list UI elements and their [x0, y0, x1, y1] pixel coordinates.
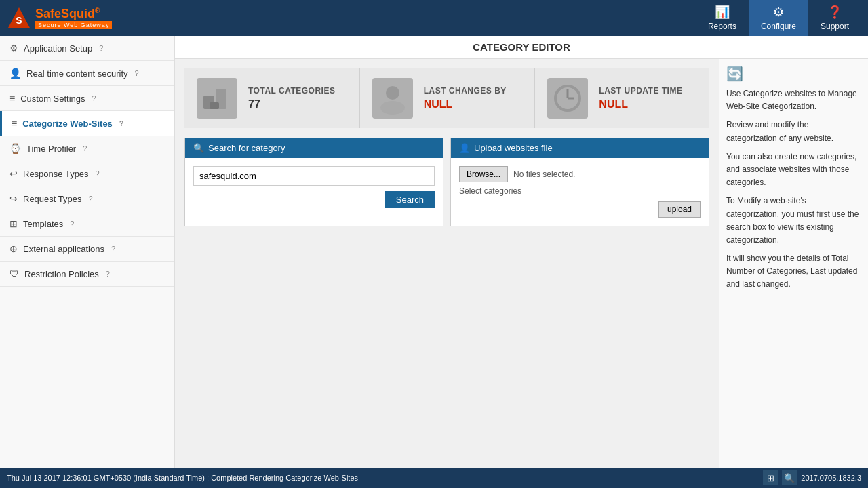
sidebar-item-real-time-content-security[interactable]: 👤 Real time content security ?: [0, 61, 174, 86]
right-panel-p5: It will show you the details of Total Nu…: [726, 252, 861, 291]
last-changes-label: LAST CHANGES BY: [424, 86, 507, 96]
statusbar-search-icon[interactable]: 🔍: [782, 470, 797, 485]
time-profiler-icon: ⌚: [9, 143, 21, 154]
sidebar-label-restriction-policies: Restriction Policies: [24, 269, 99, 279]
upload-row: Browse... No files selected.: [459, 166, 701, 182]
stats-row: TOTAL CATEGORIES 77: [184, 68, 709, 128]
logo-tagline: Secure Web Gateway: [35, 21, 112, 29]
categorize-icon: ≡: [12, 118, 17, 129]
nav-configure[interactable]: ⚙ Configure: [749, 0, 808, 37]
support-icon: ❓: [827, 5, 842, 20]
stat-total-categories: TOTAL CATEGORIES 77: [184, 68, 360, 128]
right-panel: 🔄 Use Categorize websites to Manage Web-…: [719, 59, 868, 468]
sidebar-item-time-profiler[interactable]: ⌚ Time Profiler ?: [0, 136, 174, 161]
last-update-value: NULL: [599, 98, 682, 110]
logo-registered: ®: [95, 7, 100, 14]
refresh-icon[interactable]: 🔄: [726, 66, 861, 82]
reports-icon: 📊: [715, 5, 730, 20]
sidebar-help-templates[interactable]: ?: [70, 220, 74, 228]
configure-icon: ⚙: [773, 5, 784, 20]
nav-reports[interactable]: 📊 Reports: [696, 0, 749, 37]
upload-header-icon: 👤: [459, 143, 470, 153]
response-types-icon: ↩: [9, 168, 18, 179]
sidebar-help-custom-settings[interactable]: ?: [92, 94, 96, 102]
sidebar: ⚙ Application Setup ? 👤 Real time conten…: [0, 36, 175, 468]
nav-support[interactable]: ❓ Support: [808, 0, 861, 37]
statusbar-version: 2017.0705.1832.3: [801, 474, 861, 482]
total-categories-icon: [197, 78, 237, 119]
upload-panel-body: Browse... No files selected. Select cate…: [451, 158, 709, 226]
logo: S SafeSquid® Secure Web Gateway: [7, 6, 112, 30]
sidebar-item-templates[interactable]: ⊞ Templates ?: [0, 211, 174, 237]
last-changes-value: NULL: [424, 98, 507, 110]
sidebar-help-restriction-policies[interactable]: ?: [106, 270, 110, 278]
last-changes-icon: [372, 78, 413, 119]
page-title: CATEGORY EDITOR: [175, 36, 868, 59]
svg-point-5: [386, 86, 399, 100]
right-panel-text: Use Categorize websites to Manage Web-Si…: [726, 87, 861, 291]
application-setup-icon: ⚙: [9, 43, 18, 54]
custom-settings-icon: ≡: [9, 93, 15, 104]
sidebar-help-real-time[interactable]: ?: [135, 69, 139, 77]
nav-right: 📊 Reports ⚙ Configure ❓ Support: [696, 0, 861, 37]
restriction-policies-icon: 🛡: [9, 268, 19, 279]
main-layout: ⚙ Application Setup ? 👤 Real time conten…: [0, 36, 868, 468]
nav-reports-label: Reports: [708, 22, 736, 31]
sidebar-item-categorize-web-sites[interactable]: ≡ Categorize Web-Sites ?: [0, 111, 174, 136]
upload-button[interactable]: upload: [658, 201, 701, 218]
sidebar-item-external-applications[interactable]: ⊕ External applications ?: [0, 237, 174, 262]
sidebar-item-application-setup[interactable]: ⚙ Application Setup ?: [0, 36, 174, 61]
sidebar-help-external-applications[interactable]: ?: [111, 245, 115, 253]
right-panel-p2: Review and modify the categorization of …: [726, 119, 861, 144]
sidebar-help-categorize[interactable]: ?: [119, 119, 124, 127]
sidebar-item-response-types[interactable]: ↩ Response Types ?: [0, 161, 174, 186]
statusbar-grid-icon[interactable]: ⊞: [763, 470, 778, 485]
statusbar-right: ⊞ 🔍 2017.0705.1832.3: [763, 470, 861, 485]
last-update-label: LAST UPDATE TIME: [599, 86, 682, 96]
sidebar-help-request-types[interactable]: ?: [88, 195, 92, 203]
logo-text: SafeSquid® Secure Web Gateway: [35, 7, 112, 29]
stat-last-changes-by: LAST CHANGES BY NULL: [360, 68, 536, 128]
nav-support-label: Support: [821, 22, 849, 31]
external-applications-icon: ⊕: [9, 243, 18, 254]
upload-panel-title: Upload websites file: [474, 143, 553, 153]
real-time-icon: 👤: [9, 68, 21, 79]
search-input[interactable]: [193, 166, 435, 186]
last-update-icon: [547, 78, 588, 119]
last-update-info: LAST UPDATE TIME NULL: [599, 86, 682, 110]
sidebar-help-response-types[interactable]: ?: [96, 169, 100, 178]
search-header-icon: 🔍: [193, 143, 204, 153]
no-file-text: No files selected.: [513, 169, 575, 179]
statusbar-left-text: Thu Jul 13 2017 12:36:01 GMT+0530 (India…: [7, 474, 358, 482]
sidebar-item-custom-settings[interactable]: ≡ Custom Settings ?: [0, 86, 174, 111]
search-panel-body: Search: [185, 158, 443, 216]
search-panel: 🔍 Search for category Search: [184, 138, 443, 226]
sidebar-item-restriction-policies[interactable]: 🛡 Restriction Policies ?: [0, 262, 174, 287]
svg-rect-4: [210, 102, 219, 109]
sidebar-label-time-profiler: Time Profiler: [26, 144, 76, 154]
stat-last-update-time: LAST UPDATE TIME NULL: [535, 68, 709, 128]
sidebar-item-request-types[interactable]: ↪ Request Types ?: [0, 186, 174, 211]
content-wrapper: TOTAL CATEGORIES 77: [175, 59, 719, 468]
panels-row: 🔍 Search for category Search: [184, 138, 709, 226]
sidebar-label-custom-settings: Custom Settings: [20, 94, 85, 104]
search-button[interactable]: Search: [385, 191, 435, 208]
last-changes-info: LAST CHANGES BY NULL: [424, 86, 507, 110]
browse-button[interactable]: Browse...: [459, 166, 508, 182]
step-arrow: [184, 233, 456, 243]
sidebar-help-application-setup[interactable]: ?: [99, 44, 103, 52]
svg-point-6: [380, 101, 405, 115]
sidebar-help-time-profiler[interactable]: ?: [83, 144, 87, 152]
total-categories-label: TOTAL CATEGORIES: [248, 86, 335, 96]
search-btn-row: Search: [193, 191, 435, 208]
content-with-panel: TOTAL CATEGORIES 77: [175, 59, 868, 468]
sidebar-label-categorize: Categorize Web-Sites: [22, 119, 113, 129]
right-panel-p4: To Modify a web-site's categorization, y…: [726, 195, 861, 247]
logo-icon: S: [7, 6, 31, 30]
status-bar: Thu Jul 13 2017 12:36:01 GMT+0530 (India…: [0, 468, 868, 488]
right-panel-p1: Use Categorize websites to Manage Web-Si…: [726, 87, 861, 113]
total-categories-info: TOTAL CATEGORIES 77: [248, 86, 335, 110]
sidebar-label-request-types: Request Types: [23, 194, 81, 204]
sidebar-label-external-applications: External applications: [23, 244, 104, 254]
main-content: TOTAL CATEGORIES 77: [175, 59, 719, 243]
